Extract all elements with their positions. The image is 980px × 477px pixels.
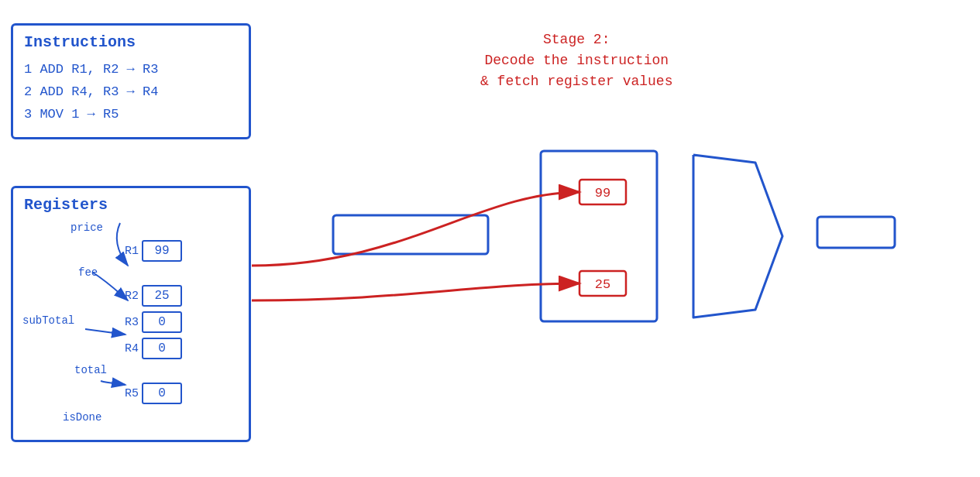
decode-value-99-box (579, 180, 626, 204)
r3-value-box: 0 (142, 311, 182, 333)
price-label: price (70, 221, 103, 234)
r1-name: R1 (125, 245, 139, 258)
instructions-box: Instructions 1 ADD R1, R2 → R3 2 ADD R4,… (11, 23, 251, 139)
r1-value: 99 (154, 244, 169, 258)
r4-name: R4 (125, 342, 139, 355)
fee-label: fee (78, 266, 98, 279)
r5-name: R5 (125, 387, 139, 400)
alu-shape (693, 155, 782, 317)
output-box (817, 217, 895, 248)
r2-value-box: 25 (142, 285, 182, 307)
registers-title: Registers (24, 196, 238, 214)
r5-value-box: 0 (142, 383, 182, 404)
decode-box (541, 151, 657, 321)
isdone-label: isDone (63, 411, 101, 424)
r1-value-box: 99 (142, 240, 182, 262)
r4-value-box: 0 (142, 338, 182, 359)
r1-to-decode-arrow (252, 192, 579, 266)
stage-label: Stage 2: Decode the instruction & fetch … (480, 29, 672, 92)
register-row-r4: R4 0 (24, 338, 238, 359)
r2-to-decode-arrow (252, 283, 579, 300)
registers-box: Registers price R1 99 fee R2 25 subTotal… (11, 186, 251, 442)
r2-value: 25 (154, 289, 169, 303)
r2-name: R2 (125, 290, 139, 303)
register-row-r1: R1 99 (24, 240, 238, 262)
stage-label-line2: Decode the instruction (480, 50, 672, 71)
stage-label-line1: Stage 2: (480, 29, 672, 50)
decode-value-25-box (579, 271, 626, 296)
stage-label-line3: & fetch register values (480, 71, 672, 92)
register-row-r3: subTotal R3 0 (24, 311, 238, 333)
register-row-r2: R2 25 (24, 285, 238, 307)
instruction-line-2: 2 ADD R4, R3 → R4 (24, 81, 238, 104)
subtotal-label: subTotal (22, 314, 74, 327)
register-row-r5: R5 0 (24, 383, 238, 404)
r4-value: 0 (158, 341, 166, 355)
instruction-register-box (333, 215, 488, 254)
total-label: total (74, 364, 107, 376)
r3-value: 0 (158, 315, 166, 329)
decode-value-25: 25 (595, 277, 610, 292)
instructions-title: Instructions (24, 33, 238, 51)
instruction-line-1: 1 ADD R1, R2 → R3 (24, 59, 238, 81)
decode-value-99: 99 (595, 186, 610, 201)
r3-name: R3 (125, 316, 139, 329)
r5-value: 0 (158, 386, 166, 400)
instruction-line-3: 3 MOV 1 → R5 (24, 104, 238, 126)
